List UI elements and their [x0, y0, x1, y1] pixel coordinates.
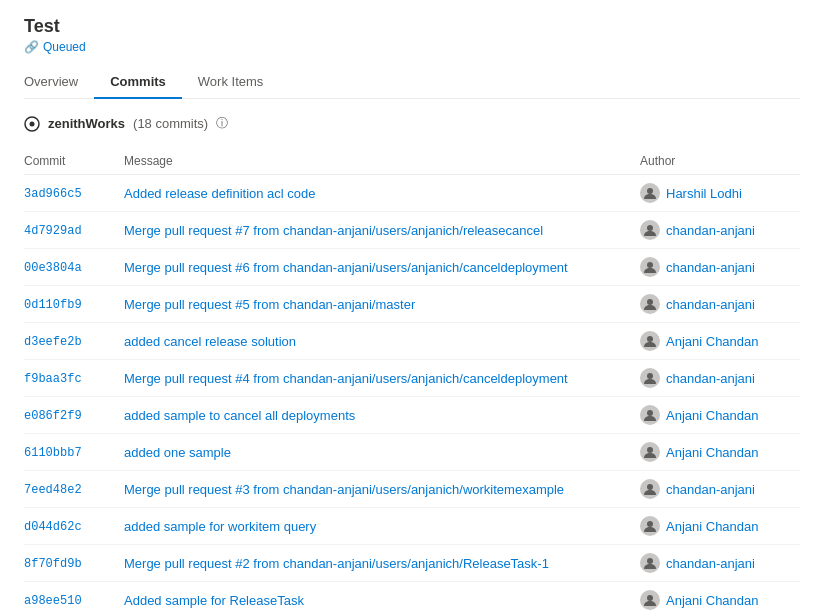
svg-point-6 — [647, 336, 653, 342]
author-name[interactable]: chandan-anjani — [666, 371, 755, 386]
queued-icon: 🔗 — [24, 40, 39, 54]
avatar — [640, 257, 660, 277]
commit-hash[interactable]: 3ad966c5 — [24, 187, 82, 201]
col-header-author: Author — [640, 148, 800, 175]
svg-point-13 — [647, 595, 653, 601]
commit-message[interactable]: Added release definition acl code — [124, 186, 316, 201]
info-icon[interactable]: ⓘ — [216, 115, 228, 132]
commits-table: Commit Message Author 3ad966c5Added rele… — [24, 148, 800, 616]
avatar — [640, 479, 660, 499]
commit-hash[interactable]: d3eefe2b — [24, 335, 82, 349]
table-row: 00e3804aMerge pull request #6 from chand… — [24, 249, 800, 286]
svg-point-11 — [647, 521, 653, 527]
commit-message[interactable]: Merge pull request #4 from chandan-anjan… — [124, 371, 568, 386]
author-name[interactable]: chandan-anjani — [666, 297, 755, 312]
commit-hash[interactable]: d044d62c — [24, 520, 82, 534]
tab-overview[interactable]: Overview — [24, 66, 94, 99]
svg-point-8 — [647, 410, 653, 416]
commit-message[interactable]: added sample for workitem query — [124, 519, 316, 534]
tab-commits[interactable]: Commits — [94, 66, 182, 99]
avatar — [640, 553, 660, 573]
page-title: Test — [24, 16, 800, 37]
svg-point-3 — [647, 225, 653, 231]
commit-count: (18 commits) — [133, 116, 208, 131]
svg-point-7 — [647, 373, 653, 379]
avatar — [640, 183, 660, 203]
commit-hash[interactable]: 4d7929ad — [24, 224, 82, 238]
commit-message[interactable]: Merge pull request #6 from chandan-anjan… — [124, 260, 568, 275]
table-row: a98ee510Added sample for ReleaseTaskAnja… — [24, 582, 800, 617]
author-name[interactable]: chandan-anjani — [666, 482, 755, 497]
repo-header: zenithWorks (18 commits) ⓘ — [24, 115, 800, 132]
commit-message[interactable]: added one sample — [124, 445, 231, 460]
commit-hash[interactable]: 0d110fb9 — [24, 298, 82, 312]
repo-name[interactable]: zenithWorks — [48, 116, 125, 131]
table-row: 0d110fb9Merge pull request #5 from chand… — [24, 286, 800, 323]
commit-message[interactable]: Added sample for ReleaseTask — [124, 593, 304, 608]
commit-message[interactable]: Merge pull request #3 from chandan-anjan… — [124, 482, 564, 497]
author-name[interactable]: Anjani Chandan — [666, 593, 759, 608]
table-row: 6110bbb7added one sampleAnjani Chandan — [24, 434, 800, 471]
author-name[interactable]: Harshil Lodhi — [666, 186, 742, 201]
commit-message[interactable]: added sample to cancel all deployments — [124, 408, 355, 423]
commit-hash[interactable]: a98ee510 — [24, 594, 82, 608]
svg-point-4 — [647, 262, 653, 268]
author-name[interactable]: Anjani Chandan — [666, 334, 759, 349]
commit-hash[interactable]: f9baa3fc — [24, 372, 82, 386]
commit-message[interactable]: Merge pull request #5 from chandan-anjan… — [124, 297, 415, 312]
tab-workitems[interactable]: Work Items — [182, 66, 280, 99]
tab-nav: Overview Commits Work Items — [24, 66, 800, 99]
repo-icon — [24, 116, 40, 132]
avatar — [640, 331, 660, 351]
table-row: 7eed48e2Merge pull request #3 from chand… — [24, 471, 800, 508]
table-row: 4d7929adMerge pull request #7 from chand… — [24, 212, 800, 249]
author-name[interactable]: chandan-anjani — [666, 223, 755, 238]
svg-point-2 — [647, 188, 653, 194]
table-row: 3ad966c5Added release definition acl cod… — [24, 175, 800, 212]
status-badge: 🔗 Queued — [24, 40, 86, 54]
commit-hash[interactable]: 7eed48e2 — [24, 483, 82, 497]
svg-point-9 — [647, 447, 653, 453]
svg-point-10 — [647, 484, 653, 490]
commit-message[interactable]: Merge pull request #2 from chandan-anjan… — [124, 556, 549, 571]
svg-point-1 — [30, 121, 35, 126]
avatar — [640, 516, 660, 536]
commit-hash[interactable]: 6110bbb7 — [24, 446, 82, 460]
col-header-commit: Commit — [24, 148, 124, 175]
author-name[interactable]: Anjani Chandan — [666, 408, 759, 423]
svg-point-5 — [647, 299, 653, 305]
author-name[interactable]: Anjani Chandan — [666, 445, 759, 460]
status-label: Queued — [43, 40, 86, 54]
svg-point-12 — [647, 558, 653, 564]
table-row: d044d62cadded sample for workitem queryA… — [24, 508, 800, 545]
author-name[interactable]: chandan-anjani — [666, 260, 755, 275]
avatar — [640, 220, 660, 240]
avatar — [640, 442, 660, 462]
avatar — [640, 294, 660, 314]
table-row: e086f2f9added sample to cancel all deplo… — [24, 397, 800, 434]
col-header-message: Message — [124, 148, 640, 175]
table-row: f9baa3fcMerge pull request #4 from chand… — [24, 360, 800, 397]
commit-hash[interactable]: 8f70fd9b — [24, 557, 82, 571]
commit-hash[interactable]: 00e3804a — [24, 261, 82, 275]
table-row: d3eefe2badded cancel release solutionAnj… — [24, 323, 800, 360]
avatar — [640, 590, 660, 610]
commit-hash[interactable]: e086f2f9 — [24, 409, 82, 423]
table-row: 8f70fd9bMerge pull request #2 from chand… — [24, 545, 800, 582]
commit-message[interactable]: added cancel release solution — [124, 334, 296, 349]
commit-message[interactable]: Merge pull request #7 from chandan-anjan… — [124, 223, 543, 238]
author-name[interactable]: chandan-anjani — [666, 556, 755, 571]
avatar — [640, 368, 660, 388]
avatar — [640, 405, 660, 425]
author-name[interactable]: Anjani Chandan — [666, 519, 759, 534]
